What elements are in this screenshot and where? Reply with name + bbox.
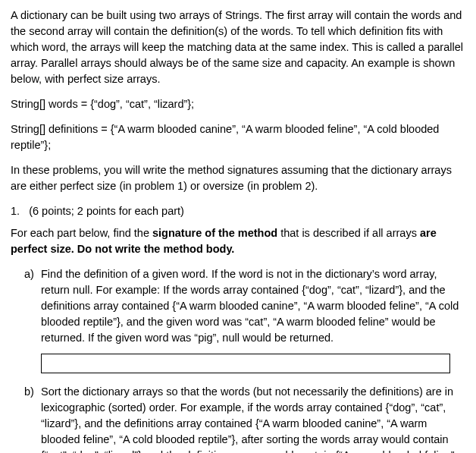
intro-paragraph-1: A dictionary can be built using two arra… [11,8,465,87]
sub-marker-a: a) [24,266,34,282]
question-number: 1. [11,205,20,217]
question-points: (6 points; 2 points for each part) [29,205,184,217]
code-example-words: String[] words = {“dog”, “cat”, “lizard”… [11,96,465,112]
answer-input-a[interactable] [41,354,450,373]
intro-paragraph-2: In these problems, you will write the me… [11,162,465,194]
code-example-definitions: String[] definitions = {“A warm blooded … [11,121,465,153]
question-1-instruction: For each part below, find the signature … [11,225,465,257]
sub-marker-b: b) [24,384,34,400]
instruction-text-pre: For each part below, find the [11,227,152,239]
sub-text-a: Find the definition of a given word. If … [41,268,459,344]
instruction-text-mid: that is described if all arrays [277,227,420,239]
sub-question-a: a) Find the definition of a given word. … [11,266,465,346]
question-1-header: 1. (6 points; 2 points for each part) [11,203,465,219]
sub-question-b: b) Sort the dictionary arrays so that th… [11,384,465,453]
sub-text-b: Sort the dictionary arrays so that the w… [41,385,458,453]
instruction-bold-1: signature of the method [152,227,277,239]
